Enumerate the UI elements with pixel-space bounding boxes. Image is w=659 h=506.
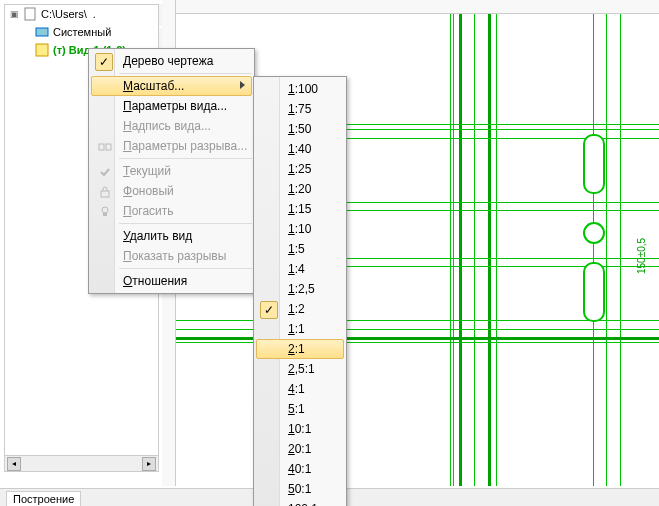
scale-option[interactable]: 100:1	[256, 499, 344, 506]
scale-option[interactable]: 1:4	[256, 259, 344, 279]
scale-option[interactable]: 1:100	[256, 79, 344, 99]
menu-separator	[119, 158, 252, 159]
check-icon: ✓	[260, 301, 278, 319]
scale-option[interactable]: 40:1	[256, 459, 344, 479]
svg-rect-10	[25, 8, 35, 20]
menu-extinguish: Погасить	[91, 201, 252, 221]
menu-break-params: Параметры разрыва...	[91, 136, 252, 156]
scale-option[interactable]: 1:10	[256, 219, 344, 239]
scale-option[interactable]: 50:1	[256, 479, 344, 499]
scroll-left-icon[interactable]: ◂	[7, 457, 21, 471]
scale-option[interactable]: 1:5	[256, 239, 344, 259]
tree-system[interactable]: Системный	[5, 23, 158, 41]
svg-rect-13	[99, 144, 104, 150]
menu-tree[interactable]: ✓ Дерево чертежа	[91, 51, 252, 71]
system-icon	[35, 25, 49, 39]
current-icon	[97, 164, 113, 180]
scale-option[interactable]: 2,5:1	[256, 359, 344, 379]
menu-view-params[interactable]: Параметры вида...	[91, 96, 252, 116]
menu-view-label: Надпись вида...	[91, 116, 252, 136]
context-menu: ✓ Дерево чертежа Масштаб... Параметры ви…	[88, 48, 255, 294]
menu-relations[interactable]: Отношения	[91, 271, 252, 291]
menu-delete-view[interactable]: Удалить вид	[91, 226, 252, 246]
scroll-right-icon[interactable]: ▸	[142, 457, 156, 471]
doc-small-icon	[23, 7, 37, 21]
break-icon	[97, 139, 113, 155]
view-icon	[35, 43, 49, 57]
hole-circle	[583, 222, 605, 244]
tree-system-label: Системный	[53, 26, 111, 38]
tree-root[interactable]: ▣ C:\Users\ .	[5, 5, 158, 23]
scale-option[interactable]: 1:40	[256, 139, 344, 159]
svg-point-16	[102, 207, 108, 213]
menu-background: Фоновый	[91, 181, 252, 201]
slot-bottom	[583, 262, 605, 322]
scale-option[interactable]: 1:25	[256, 159, 344, 179]
scale-option[interactable]: 1:2,5	[256, 279, 344, 299]
svg-rect-15	[101, 191, 109, 197]
scale-option[interactable]: 1:1	[256, 319, 344, 339]
svg-rect-11	[36, 28, 48, 36]
check-icon: ✓	[95, 53, 113, 71]
menu-separator	[119, 268, 252, 269]
scale-option[interactable]: 4:1	[256, 379, 344, 399]
scale-option[interactable]: 5:1	[256, 399, 344, 419]
scale-submenu: 1:1001:751:501:401:251:201:151:101:51:41…	[253, 76, 347, 506]
tree-root-label: C:\Users\	[41, 8, 87, 20]
scale-option[interactable]: 20:1	[256, 439, 344, 459]
ruler-horizontal	[162, 0, 659, 14]
scale-option[interactable]: 1:20	[256, 179, 344, 199]
menu-separator	[119, 223, 252, 224]
status-tab[interactable]: Построение	[6, 491, 81, 506]
expand-icon[interactable]: ▣	[9, 9, 19, 19]
menu-scale-label: Масштаб...	[123, 79, 184, 93]
tree-scrollbar[interactable]: ◂ ▸	[5, 455, 158, 471]
svg-rect-17	[103, 213, 107, 216]
svg-rect-12	[36, 44, 48, 56]
submenu-arrow-icon	[240, 81, 245, 89]
scale-option[interactable]: 1:75	[256, 99, 344, 119]
menu-show-breaks: Показать разрывы	[91, 246, 252, 266]
scale-option[interactable]: 1:2✓	[256, 299, 344, 319]
svg-rect-14	[106, 144, 111, 150]
scale-option[interactable]: 1:50	[256, 119, 344, 139]
slot-top	[583, 134, 605, 194]
menu-scale[interactable]: Масштаб...	[91, 76, 252, 96]
dimension-text: 150±0,5	[636, 238, 647, 274]
menu-current: Текущий	[91, 161, 252, 181]
lock-icon	[97, 184, 113, 200]
scale-option[interactable]: 1:15	[256, 199, 344, 219]
scale-option[interactable]: 2:1	[256, 339, 344, 359]
menu-separator	[119, 73, 252, 74]
scale-option[interactable]: 10:1	[256, 419, 344, 439]
bulb-off-icon	[97, 204, 113, 220]
